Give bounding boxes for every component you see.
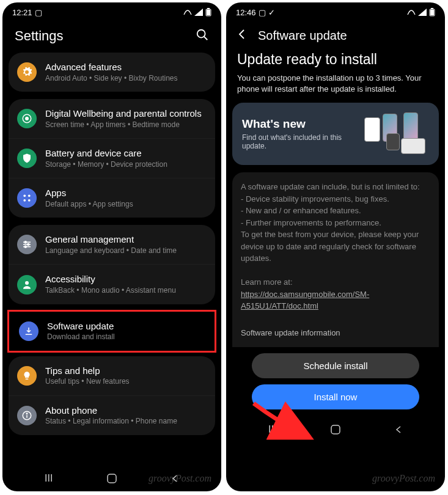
row-title: About phone — [45, 405, 207, 417]
svg-point-3 — [197, 30, 205, 38]
svg-point-9 — [23, 199, 26, 202]
info-icon — [17, 406, 37, 425]
back-button[interactable] — [167, 471, 182, 486]
detail-bullet: - Device stability improvements, bug fix… — [241, 193, 430, 205]
svg-line-4 — [204, 37, 208, 40]
svg-rect-23 — [431, 8, 433, 9]
status-time: 12:46 — [236, 8, 256, 17]
settings-group: Software updateDownload and install — [7, 310, 216, 353]
settings-row-about-phone[interactable]: About phoneStatus • Legal information • … — [9, 395, 215, 435]
nav-bar: III — [2, 466, 221, 491]
svg-rect-24 — [430, 10, 434, 15]
svg-point-10 — [28, 199, 31, 202]
detail-more: To get the best from your device, please… — [241, 229, 430, 265]
shield-icon — [17, 148, 37, 168]
svg-point-20 — [26, 413, 28, 414]
status-indicators — [407, 8, 435, 16]
settings-group: Tips and helpUseful tips • New featuresA… — [9, 356, 215, 435]
status-bar: 12:46 ▢ ✓ — [226, 2, 445, 22]
row-subtitle: Storage • Memory • Device protection — [45, 160, 207, 170]
settings-row-advanced-features[interactable]: Advanced featuresAndroid Auto • Side key… — [9, 53, 215, 92]
detail-bullet: - Further improvements to performance. — [241, 217, 430, 229]
settings-row-digital-wellbeing[interactable]: Digital Wellbeing and parental controlsS… — [9, 99, 215, 138]
row-subtitle: Android Auto • Side key • Bixby Routines — [45, 74, 207, 84]
row-subtitle: Download and install — [47, 332, 205, 342]
row-subtitle: Default apps • App settings — [45, 200, 207, 210]
bulb-icon — [17, 366, 37, 386]
svg-point-8 — [28, 195, 31, 197]
page-title: Settings — [15, 28, 64, 44]
gear-icon — [17, 62, 37, 82]
svg-point-17 — [25, 281, 29, 285]
detail-learn: Learn more at: — [241, 276, 430, 288]
row-title: Software update — [47, 320, 205, 332]
svg-rect-25 — [331, 425, 340, 434]
back-button[interactable] — [391, 422, 406, 437]
header: Software update — [226, 22, 445, 51]
row-title: General management — [45, 233, 207, 246]
status-bar: 12:21 ▢ — [2, 2, 221, 22]
row-title: Apps — [45, 187, 207, 199]
recent-apps-button[interactable]: III — [42, 471, 56, 486]
sliders-icon — [17, 235, 37, 254]
detail-lead: A software update can include, but is no… — [241, 181, 430, 193]
home-button[interactable] — [105, 471, 119, 486]
svg-point-7 — [23, 195, 26, 197]
settings-row-apps[interactable]: AppsDefault apps • App settings — [9, 178, 215, 218]
svg-point-6 — [26, 117, 29, 120]
row-subtitle: Status • Legal information • Phone name — [45, 417, 207, 427]
settings-group: Advanced featuresAndroid Auto • Side key… — [9, 53, 215, 92]
settings-list[interactable]: Advanced featuresAndroid Auto • Side key… — [2, 53, 221, 466]
update-description: You can postpone the installation up to … — [226, 73, 445, 103]
row-subtitle: TalkBack • Mono audio • Assistant menu — [45, 286, 207, 296]
settings-row-accessibility[interactable]: AccessibilityTalkBack • Mono audio • Ass… — [9, 264, 215, 304]
picture-icon: ▢ — [259, 8, 266, 17]
watermark: groovyPost.com — [372, 473, 435, 484]
row-title: Digital Wellbeing and parental controls — [45, 108, 207, 120]
status-indicators — [183, 8, 211, 16]
schedule-install-button[interactable]: Schedule install — [252, 353, 419, 378]
settings-row-software-update[interactable]: Software updateDownload and install — [9, 312, 215, 351]
update-heading: Update ready to install — [226, 51, 445, 73]
back-icon[interactable] — [236, 28, 248, 43]
info-section-label: Software update information — [241, 312, 430, 339]
svg-rect-21 — [108, 474, 116, 483]
search-icon[interactable] — [196, 28, 209, 44]
detail-bullet: - New and / or enhanced features. — [241, 205, 430, 217]
row-subtitle: Screen time • App timers • Bedtime mode — [45, 120, 207, 130]
row-title: Advanced features — [45, 61, 207, 73]
row-title: Tips and help — [45, 365, 207, 377]
settings-group: General managementLanguage and keyboard … — [9, 225, 215, 304]
page-title: Software update — [258, 29, 347, 43]
annotation-arrow — [248, 397, 315, 446]
whats-new-card[interactable]: What's new Find out what's included in t… — [232, 103, 439, 165]
phone-left-settings: 12:21 ▢ Settings Advanced featuresAndroi… — [2, 2, 221, 491]
svg-rect-2 — [207, 10, 210, 15]
check-icon: ✓ — [268, 8, 275, 17]
whats-new-title: What's new — [242, 117, 357, 131]
settings-row-general-management[interactable]: General managementLanguage and keyboard … — [9, 225, 215, 264]
update-detail: A software update can include, but is no… — [232, 172, 439, 347]
svg-point-15 — [28, 244, 29, 246]
row-title: Accessibility — [45, 273, 207, 285]
row-subtitle: Language and keyboard • Date and time — [45, 246, 207, 256]
row-title: Battery and device care — [45, 147, 207, 160]
svg-point-14 — [24, 241, 26, 243]
settings-row-battery-care[interactable]: Battery and device careStorage • Memory … — [9, 138, 215, 178]
download-icon — [19, 321, 39, 341]
whats-new-graphic — [362, 112, 429, 155]
settings-group: Digital Wellbeing and parental controlsS… — [9, 99, 215, 218]
learn-more-link[interactable]: https://doc.samsungmobile.com/SM-A515U1/… — [241, 290, 369, 311]
whats-new-subtitle: Find out what's included in this update. — [242, 133, 357, 150]
row-subtitle: Useful tips • New features — [45, 377, 207, 387]
person-icon — [17, 275, 37, 295]
header: Settings — [2, 22, 221, 53]
circle-dot-icon — [17, 109, 37, 128]
svg-point-16 — [24, 246, 26, 248]
grid-icon — [17, 188, 37, 208]
picture-icon: ▢ — [35, 8, 42, 17]
settings-row-tips-help[interactable]: Tips and helpUseful tips • New features — [9, 356, 215, 395]
status-time: 12:21 — [12, 8, 32, 17]
home-button[interactable] — [328, 422, 343, 437]
svg-rect-1 — [207, 8, 210, 9]
